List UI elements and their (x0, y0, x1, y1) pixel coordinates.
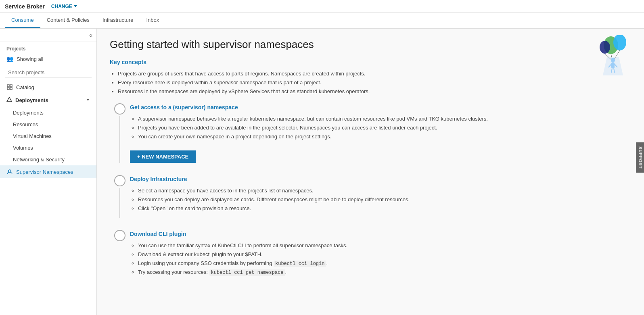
main-layout: « Projects 👥 Showing all Catalog Deploym… (0, 29, 644, 315)
list-item: Login using your company SSO credentials… (138, 259, 631, 268)
timeline-circle-2 (114, 175, 125, 186)
timeline-circle-3 (114, 230, 125, 241)
svg-rect-0 (7, 85, 9, 87)
key-concepts-section: Key concepts Projects are groups of user… (110, 59, 631, 96)
cli-plugin-heading: Download CLI plugin (130, 231, 631, 237)
cli-login-pre: Login using your company SSO credentials… (138, 260, 274, 266)
section-get-access: Get access to a (supervisor) namespace A… (110, 102, 631, 163)
list-item: Resources in the namespaces are deployed… (118, 87, 631, 96)
tab-infrastructure[interactable]: Infrastructure (96, 13, 140, 28)
timeline-content-3: Download CLI plugin You can use the fami… (130, 229, 631, 282)
timeline-line-1 (119, 116, 120, 163)
key-concepts-list: Projects are groups of users that have a… (110, 69, 631, 96)
list-item: Every resource here is deployed within a… (118, 78, 631, 87)
get-access-heading: Get access to a (supervisor) namespace (130, 104, 631, 111)
timeline-left-3 (110, 229, 130, 282)
deployments-label: Deployments (15, 97, 48, 103)
list-item: Projects you have been added to are avai… (138, 123, 631, 132)
svg-rect-3 (10, 88, 12, 90)
sidebar-item-supervisor-namespaces[interactable]: Supervisor Namespaces (0, 165, 96, 178)
illustration (591, 35, 631, 75)
nav-tabs: Consume Content & Policies Infrastructur… (0, 13, 644, 29)
svg-point-9 (600, 41, 610, 54)
change-button[interactable]: CHANGE (49, 3, 79, 10)
sidebar-item-networking-security[interactable]: Networking & Security (0, 154, 96, 165)
svg-rect-1 (10, 85, 12, 87)
support-tab[interactable]: SUPPORT (636, 142, 644, 173)
tab-inbox[interactable]: Inbox (140, 13, 165, 28)
cli-get-post: . (285, 269, 287, 275)
cli-plugin-list: You can use the familiar syntax of KubeC… (130, 241, 631, 277)
showing-all-row: 👥 Showing all (0, 53, 96, 65)
sidebar: « Projects 👥 Showing all Catalog Deploym… (0, 29, 97, 315)
deployments-header[interactable]: Deployments (0, 94, 96, 107)
showing-all-label: Showing all (17, 56, 44, 62)
search-input[interactable] (5, 68, 92, 77)
sidebar-item-virtual-machines[interactable]: Virtual Machines (0, 130, 96, 142)
projects-label: Projects (0, 42, 96, 53)
timeline-line-2 (119, 188, 120, 218)
timeline-content-2: Deploy Infrastructure Select a namespace… (130, 174, 631, 218)
section-cli-plugin: Download CLI plugin You can use the fami… (110, 229, 631, 282)
supervisor-icon (6, 169, 13, 175)
cli-get-pre: Try accessing your resources: (138, 269, 209, 275)
svg-rect-2 (7, 88, 9, 90)
deploy-infra-list: Select a namespace you have access to in… (130, 186, 631, 213)
collapse-icon: « (89, 32, 92, 38)
deployments-icon (6, 97, 12, 104)
sidebar-sub-items: Deployments Resources Virtual Machines V… (0, 107, 96, 165)
users-icon: 👥 (6, 56, 13, 62)
sidebar-item-volumes[interactable]: Volumes (0, 142, 96, 154)
tab-content-policies[interactable]: Content & Policies (40, 13, 96, 28)
sidebar-item-catalog[interactable]: Catalog (0, 81, 96, 94)
cli-login-post: . (326, 260, 328, 266)
list-item: Resources you can deploy are displayed a… (138, 195, 631, 204)
svg-marker-4 (7, 97, 12, 102)
list-item: You can create your own namespace in a p… (138, 132, 631, 141)
tab-consume[interactable]: Consume (5, 13, 40, 28)
timeline-left-2 (110, 174, 130, 218)
app-title: Service Broker (5, 3, 45, 10)
sidebar-item-deployments[interactable]: Deployments (0, 107, 96, 119)
deploy-infra-heading: Deploy Infrastructure (130, 176, 631, 182)
timeline-circle-1 (114, 103, 125, 115)
main-content: Getting started with supervisor namespac… (97, 29, 644, 315)
supervisor-namespaces-label: Supervisor Namespaces (16, 169, 73, 175)
list-item: Projects are groups of users that have a… (118, 69, 631, 78)
timeline-left-1 (110, 102, 130, 163)
list-item: Try accessing your resources: kubectl cc… (138, 268, 631, 277)
cli-get-code: kubectl cci get namespace (209, 269, 285, 276)
chevron-down-icon (86, 97, 90, 103)
sidebar-item-resources[interactable]: Resources (0, 119, 96, 130)
list-item: Download & extract our kubectl plugin to… (138, 250, 631, 259)
catalog-label: Catalog (16, 84, 34, 90)
svg-marker-19 (603, 57, 623, 75)
top-bar: Service Broker CHANGE (0, 0, 644, 13)
svg-point-6 (8, 170, 11, 172)
svg-marker-5 (87, 99, 89, 101)
chevron-down-icon (74, 5, 77, 7)
collapse-button[interactable]: « (0, 29, 96, 42)
new-namespace-button[interactable]: + NEW NAMESPACE (130, 150, 196, 163)
list-item: Click "Open" on the card to provision a … (138, 204, 631, 213)
timeline-content-1: Get access to a (supervisor) namespace A… (130, 102, 631, 163)
get-access-list: A supervisor namespace behaves like a re… (130, 115, 631, 141)
section-deploy-infra: Deploy Infrastructure Select a namespace… (110, 174, 631, 218)
catalog-icon (6, 84, 13, 90)
page-title: Getting started with supervisor namespac… (110, 38, 631, 51)
list-item: A supervisor namespace behaves like a re… (138, 115, 631, 123)
key-concepts-heading: Key concepts (110, 59, 631, 65)
list-item: You can use the familiar syntax of KubeC… (138, 241, 631, 250)
list-item: Select a namespace you have access to in… (138, 186, 631, 195)
cli-login-code: kubectl cci login (274, 261, 326, 267)
